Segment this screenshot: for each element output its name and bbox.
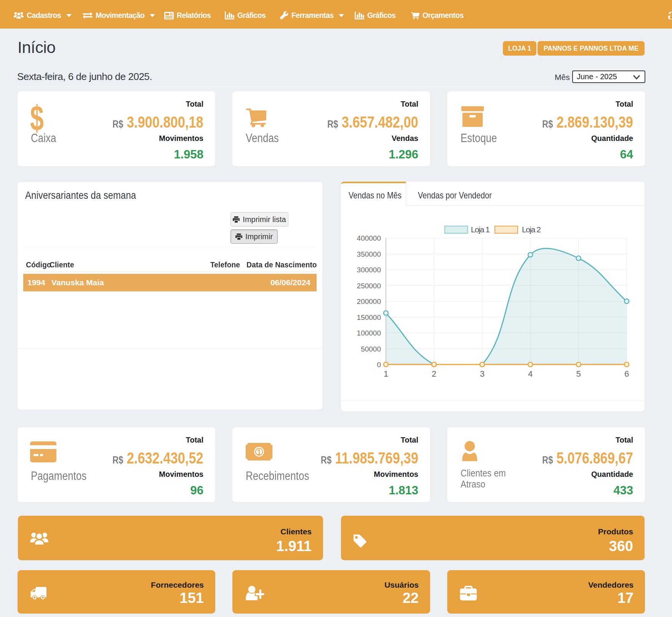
svg-text:350000: 350000 bbox=[357, 250, 381, 258]
svg-text:300000: 300000 bbox=[357, 266, 381, 274]
svg-text:150000: 150000 bbox=[357, 313, 381, 321]
svg-text:1: 1 bbox=[384, 369, 388, 379]
svg-text:Loja 1: Loja 1 bbox=[471, 225, 490, 234]
svg-text:50000: 50000 bbox=[361, 345, 381, 353]
svg-text:1: 1 bbox=[257, 448, 261, 456]
svg-text:100000: 100000 bbox=[357, 329, 381, 337]
svg-text:2: 2 bbox=[432, 369, 436, 379]
svg-text:Loja 2: Loja 2 bbox=[522, 225, 541, 234]
svg-text:0: 0 bbox=[377, 361, 381, 369]
svg-text:6: 6 bbox=[624, 369, 629, 379]
svg-text:250000: 250000 bbox=[357, 282, 381, 290]
svg-text:200000: 200000 bbox=[357, 297, 381, 305]
svg-text:400000: 400000 bbox=[357, 234, 381, 242]
svg-text:4: 4 bbox=[528, 369, 533, 379]
svg-text:5: 5 bbox=[576, 369, 581, 379]
svg-text:3: 3 bbox=[480, 369, 485, 379]
